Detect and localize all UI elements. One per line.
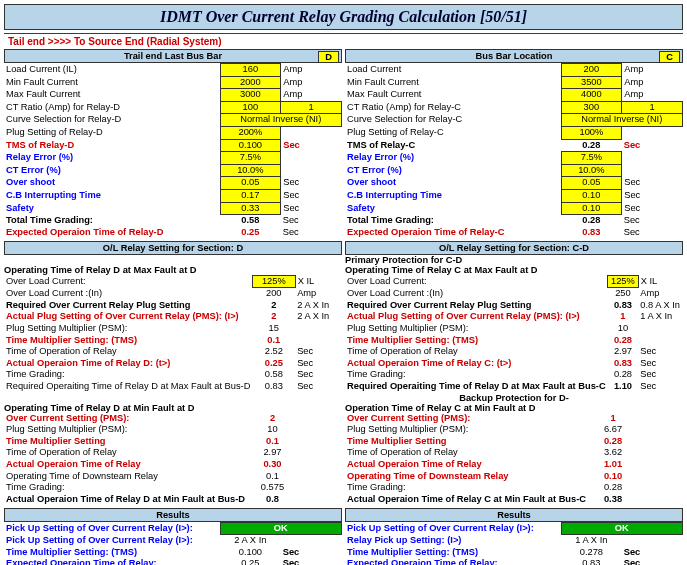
left-tag: D	[318, 51, 339, 63]
row: Safety0.33Sec	[4, 202, 342, 215]
row: Actual Operaion Time of Relay C: (t>)0.8…	[345, 358, 683, 370]
left-min-title: Operating Time of Relay D at Min Fault a…	[4, 403, 342, 413]
row: Expected Operaion Time of Relay-D0.25Sec	[4, 227, 342, 239]
row: Expected Operaion Time of Relay:0.25Sec	[4, 558, 342, 565]
row: Max Fault Current3000Amp	[4, 89, 342, 102]
right-backup: Backup Protection for D-	[345, 393, 683, 403]
row: Time of Operation of Relay2.97	[4, 447, 342, 459]
row: CT Ratio (Amp) for Relay-C3001	[345, 101, 683, 114]
row: Required Operaiting Time of Relay D at M…	[4, 381, 342, 393]
row: Time Multiplier Setting: (TMS)0.1	[4, 335, 342, 347]
row: CT Error (%)10.0%	[345, 164, 683, 177]
row: Time Multiplier Setting: (TMS)0.278Sec	[345, 547, 683, 559]
row: Actual Operaion Time of Relay D at Min F…	[4, 494, 342, 506]
row: Over Current Setting (PMS):2	[4, 413, 342, 425]
row: Relay Error (%)7.5%	[4, 152, 342, 165]
row: Actual Operaion Time of Relay0.30	[4, 459, 342, 471]
row: Time Grading:0.58Sec	[4, 369, 342, 381]
row: Safety0.10Sec	[345, 202, 683, 215]
right-results-head: Results	[345, 508, 683, 522]
row: Actual Plug Setting of Over Current Rela…	[345, 311, 683, 323]
row: Required Operaiting Time of Relay D at M…	[345, 381, 683, 393]
row: Operating Time of Downsteam Relay0.1	[4, 471, 342, 483]
row: Plug Setting Multiplier (PSM):10	[345, 323, 683, 335]
left-sec2: O/L Relay Setting for Section: D	[4, 241, 342, 255]
row: Max Fault Current4000Amp	[345, 89, 683, 102]
right-s1: Over Load Current:125%X ILOver Load Curr…	[345, 275, 683, 393]
row: CT Ratio (Amp) for Relay-D1001	[4, 101, 342, 114]
left-s2: Over Current Setting (PMS):2Plug Setting…	[4, 413, 342, 506]
row: Load Current200Amp	[345, 64, 683, 77]
row: Total Time Grading:0.28Sec	[345, 215, 683, 227]
row: Plug Setting of Relay-C100%	[345, 127, 683, 140]
row: Time Grading:0.28Sec	[345, 369, 683, 381]
row: Over Load Current :(In)250Amp	[345, 288, 683, 300]
row: Plug Setting Multiplier (PSM):15	[4, 323, 342, 335]
row: Operating Time of Downsteam Relay0.10	[345, 471, 683, 483]
row: Required Over Current Relay Plug Setting…	[4, 300, 342, 312]
left-params: Load Current (IL)160AmpMin Fault Current…	[4, 63, 342, 239]
left-max-title: Operating Time of Relay D at Max Fault a…	[4, 265, 342, 275]
row: Over Load Current:125%X IL	[4, 275, 342, 288]
row: Plug Setting Multiplier (PSM):6.67	[345, 424, 683, 436]
left-s1: Over Load Current:125%X ILOver Load Curr…	[4, 275, 342, 393]
row: Expected Operaion Time of Relay:0.83Sec	[345, 558, 683, 565]
right-header: Bus Bar LocationC	[345, 49, 683, 63]
row: Required Over Current Relay Plug Setting…	[345, 300, 683, 312]
right-results: Pick Up Setting of Over Current Relay (I…	[345, 522, 683, 566]
left-results: Pick Up Setting of Over Current Relay (I…	[4, 522, 342, 566]
row: C.B Interrupting Time0.10Sec	[345, 190, 683, 203]
row: Actual Operaion Time of Relay C at Min F…	[345, 494, 683, 506]
status-ok: OK	[561, 522, 683, 535]
columns: Trail end Last Bus BarD Load Current (IL…	[4, 49, 683, 565]
row: Over Load Current:125%X IL	[345, 275, 683, 288]
row: Time Grading:0.575	[4, 482, 342, 494]
left-results-head: Results	[4, 508, 342, 522]
right-primary: Primary Protection for C-D	[345, 255, 683, 265]
page-title: IDMT Over Current Relay Grading Calculat…	[4, 4, 683, 30]
row: Over Load Current :(In)200Amp	[4, 288, 342, 300]
right-min-title: Operation Time of Relay C at Min Fault a…	[345, 403, 683, 413]
row: Time of Operation of Relay2.52Sec	[4, 346, 342, 358]
row: Time Multiplier Setting0.28	[345, 436, 683, 448]
row: Over Current Setting (PMS):1	[345, 413, 683, 425]
row: Time of Operation of Relay2.97Sec	[345, 346, 683, 358]
row: Time of Operation of Relay3.62	[345, 447, 683, 459]
row: Pick Up Setting of Over Current Relay (I…	[345, 522, 683, 535]
row: Plug Setting Multiplier (PSM):10	[4, 424, 342, 436]
row: Total Time Grading:0.58Sec	[4, 215, 342, 227]
row: Relay Error (%)7.5%	[345, 152, 683, 165]
right-tag: C	[659, 51, 680, 63]
row: CT Error (%)10.0%	[4, 164, 342, 177]
row: Time Multiplier Setting: (TMS)0.28	[345, 335, 683, 347]
col-right: Bus Bar LocationC Load Current200AmpMin …	[345, 49, 683, 565]
right-sec2: O/L Relay Setting for Section: C-D	[345, 241, 683, 255]
row: Curve Selection for Relay-DNormal Invers…	[4, 114, 342, 127]
col-left: Trail end Last Bus BarD Load Current (IL…	[4, 49, 342, 565]
right-s2: Over Current Setting (PMS):1Plug Setting…	[345, 413, 683, 506]
row: Actual Plug Setting of Over Current Rela…	[4, 311, 342, 323]
row: Over shoot0.05Sec	[4, 177, 342, 190]
row: Relay Pick up Setting: (I>)1 A X In	[345, 535, 683, 547]
subtitle: Tail end >>>> To Source End (Radial Syst…	[4, 33, 683, 49]
row: Time Grading:0.28	[345, 482, 683, 494]
row: TMS of Relay-D0.100Sec	[4, 139, 342, 152]
row: C.B Interrupting Time0.17Sec	[4, 190, 342, 203]
row: Pick Up Setting of Over Current Relay (I…	[4, 535, 342, 547]
left-header: Trail end Last Bus BarD	[4, 49, 342, 63]
right-max-title: Operating Time of Relay C at Max Fault a…	[345, 265, 683, 275]
row: Min Fault Current3500Amp	[345, 76, 683, 89]
row: Min Fault Current2000Amp	[4, 76, 342, 89]
row: TMS of Relay-C0.28Sec	[345, 139, 683, 152]
row: Plug Setting of Relay-D200%	[4, 127, 342, 140]
row: Over shoot0.05Sec	[345, 177, 683, 190]
right-params: Load Current200AmpMin Fault Current3500A…	[345, 63, 683, 239]
status-ok: OK	[220, 522, 342, 535]
row: Load Current (IL)160Amp	[4, 64, 342, 77]
row: Actual Operaion Time of Relay D: (t>)0.2…	[4, 358, 342, 370]
row: Curve Selection for Relay-CNormal Invers…	[345, 114, 683, 127]
row: Pick Up Setting of Over Current Relay (I…	[4, 522, 342, 535]
row: Actual Operaion Time of Relay1.01	[345, 459, 683, 471]
row: Time Multiplier Setting: (TMS)0.100Sec	[4, 547, 342, 559]
row: Time Multiplier Setting0.1	[4, 436, 342, 448]
